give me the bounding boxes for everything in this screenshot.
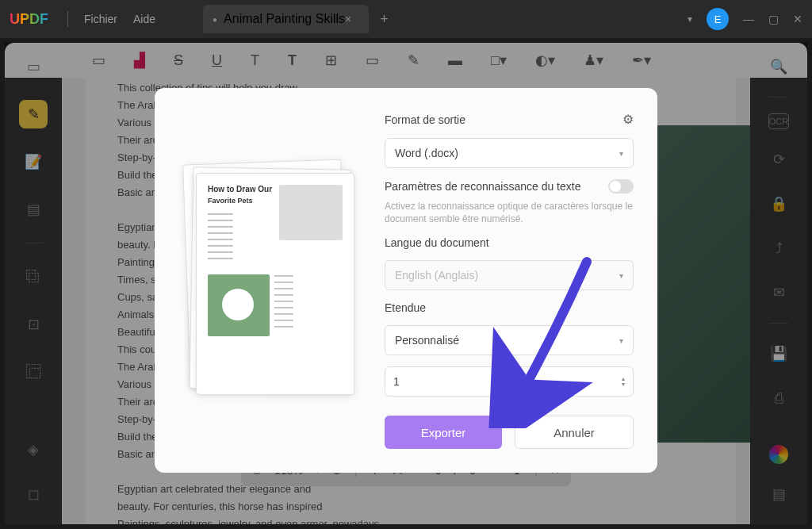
page-from-input[interactable]: 1 ▴▾	[385, 366, 504, 397]
format-label: Format de sortie	[385, 113, 465, 126]
maximize-icon[interactable]: ▢	[768, 13, 779, 25]
page-to-input[interactable]: 9 ▴▾	[514, 366, 634, 397]
tab-close-icon[interactable]: ×	[345, 13, 351, 25]
menu-file[interactable]: Fichier	[84, 13, 117, 25]
main-area: ▭ ✎ 📝 ▤ ⿻ ⊡ ⿸ ◈ ◻ 🔍 OCR ⟳ 🔒 ⤴ ✉ 💾 ⎙ ▤ ▭ …	[5, 43, 807, 524]
language-select[interactable]: English (Anglais)▾	[385, 260, 634, 290]
language-label: Langue du document	[385, 236, 634, 249]
export-modal: How to Draw Our Favorite Pets ━━━━━━━━━━…	[155, 88, 657, 473]
gear-icon[interactable]: ⚙	[622, 112, 634, 127]
modal-overlay: How to Draw Our Favorite Pets ━━━━━━━━━━…	[5, 43, 807, 524]
range-label: Etendue	[385, 301, 634, 314]
titlebar: UPDF Fichier Aide ● Animal Painting Skil…	[0, 0, 812, 38]
ocr-label: Paramètres de reconnaissance du texte	[385, 180, 580, 193]
menu-help[interactable]: Aide	[133, 13, 155, 25]
ocr-hint: Activez la reconnaissance optique de car…	[385, 200, 634, 225]
user-avatar[interactable]: E	[707, 8, 729, 30]
range-select[interactable]: Personnalisé▾	[385, 325, 634, 355]
chevron-down-icon[interactable]: ▾	[688, 13, 692, 25]
cancel-button[interactable]: Annuler	[515, 416, 634, 449]
export-button[interactable]: Exporter	[385, 416, 502, 449]
app-logo: UPDF	[10, 11, 48, 28]
tab-title: Animal Painting Skills	[224, 12, 345, 26]
minimize-icon[interactable]: —	[743, 13, 754, 25]
close-icon[interactable]: ✕	[793, 13, 802, 25]
tab-bullet-icon: ●	[213, 15, 217, 24]
format-select[interactable]: Word (.docx)▾	[385, 138, 634, 168]
ocr-toggle[interactable]	[608, 179, 634, 194]
new-tab-button[interactable]: +	[380, 11, 389, 28]
preview-pane: How to Draw Our Favorite Pets ━━━━━━━━━━…	[178, 112, 361, 449]
document-tab[interactable]: ● Animal Painting Skills ×	[203, 5, 369, 33]
